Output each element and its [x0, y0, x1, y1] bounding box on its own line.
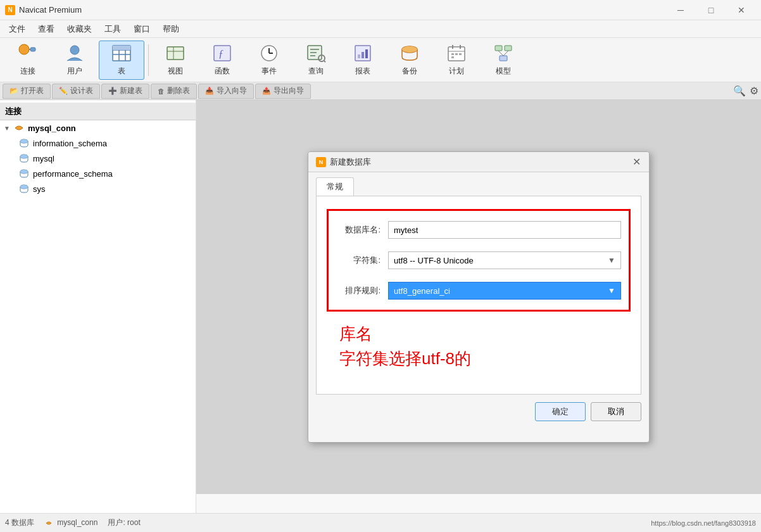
toolbar: 连接 用户 表 — [0, 38, 761, 82]
minimize-button[interactable]: ─ — [666, 1, 695, 19]
svg-point-2 — [70, 46, 79, 54]
status-connection: mysql_conn — [44, 518, 97, 528]
event-icon — [259, 43, 279, 63]
svg-rect-36 — [451, 56, 454, 58]
app-title: Navicat Premium — [19, 5, 82, 15]
user-icon — [65, 43, 85, 63]
sidebar-label-mysql-conn: mysql_conn — [28, 124, 76, 133]
status-bar: 4 数据库 mysql_conn 用户: root https://blog.c… — [0, 513, 761, 532]
dialog-title-text: 新建数据库 — [330, 156, 371, 168]
func-icon: ƒ — [212, 43, 232, 63]
svg-rect-24 — [358, 54, 360, 58]
dialog-tab-general[interactable]: 常规 — [316, 177, 354, 196]
svg-point-45 — [20, 155, 28, 158]
sidebar-label-performance-schema: performance_schema — [33, 169, 113, 179]
sidebar-item-mysql[interactable]: mysql — [0, 151, 196, 166]
close-button[interactable]: ✕ — [727, 1, 756, 19]
tab-export[interactable]: 📤 导出向导 — [255, 84, 311, 99]
cancel-button[interactable]: 取消 — [591, 402, 641, 421]
dialog-body: 数据库名: 字符集: utf8 -- UTF-8 Unicode ▼ — [316, 196, 641, 395]
report-label: 报表 — [355, 66, 370, 77]
model-label: 模型 — [496, 66, 511, 77]
tab-export-icon: 📤 — [262, 87, 271, 95]
tab-export-label: 导出向导 — [274, 86, 304, 96]
dialog-app-icon: N — [316, 157, 326, 167]
db-name-input[interactable] — [388, 221, 621, 239]
report-icon — [353, 43, 373, 63]
highlight-box: 数据库名: 字符集: utf8 -- UTF-8 Unicode ▼ — [327, 209, 631, 312]
model-icon — [493, 43, 513, 63]
toolbar-model[interactable]: 模型 — [481, 41, 526, 80]
collation-select[interactable]: utf8_general_ci ▼ — [388, 282, 621, 300]
tab-new-table[interactable]: ➕ 新建表 — [101, 84, 149, 99]
svg-text:ƒ: ƒ — [218, 48, 223, 59]
tab-design-table[interactable]: ✏️ 设计表 — [52, 84, 100, 99]
tab-delete-table[interactable]: 🗑 删除表 — [151, 84, 197, 99]
modal-overlay: N 新建数据库 ✕ 常规 数据库名: — [196, 100, 761, 494]
svg-point-28 — [402, 46, 417, 53]
toolbar-connect[interactable]: 连接 — [5, 41, 51, 80]
collation-arrow-icon: ▼ — [608, 286, 615, 295]
db-name-label: 数据库名: — [336, 224, 380, 236]
collation-label: 排序规则: — [336, 285, 380, 296]
title-bar: N Navicat Premium ─ □ ✕ — [0, 0, 761, 20]
toolbar-table[interactable]: 表 — [99, 41, 144, 80]
search-icon[interactable]: 🔍 — [733, 85, 746, 97]
toolbar-report[interactable]: 报表 — [340, 41, 386, 80]
sidebar-header: 连接 — [0, 103, 196, 120]
db-icon-info — [19, 138, 29, 148]
menu-bar: 文件 查看 收藏夹 工具 窗口 帮助 — [0, 20, 761, 38]
view-icon — [165, 43, 186, 63]
toolbar-event[interactable]: 事件 — [246, 41, 292, 80]
tab-new-table-label: 新建表 — [120, 86, 142, 96]
confirm-button[interactable]: 确定 — [535, 402, 586, 421]
menu-window[interactable]: 窗口 — [127, 21, 156, 37]
svg-point-49 — [20, 185, 28, 189]
charset-value: utf8 -- UTF-8 Unicode — [394, 256, 474, 265]
menu-view[interactable]: 查看 — [32, 21, 61, 37]
sidebar-item-sys[interactable]: sys — [0, 181, 196, 196]
tab-import-icon: 📥 — [205, 87, 214, 95]
toolbar-query[interactable]: 查询 — [293, 41, 339, 80]
dialog-close-button[interactable]: ✕ — [629, 155, 644, 170]
toolbar-user[interactable]: 用户 — [52, 41, 97, 80]
sidebar-label-information-schema: information_schema — [33, 139, 107, 148]
sidebar-item-information-schema[interactable]: information_schema — [0, 136, 196, 151]
panel-options-icon[interactable]: ⚙ — [750, 85, 758, 97]
toolbar-view[interactable]: 视图 — [153, 41, 198, 80]
menu-tools[interactable]: 工具 — [98, 21, 127, 37]
svg-rect-8 — [113, 46, 130, 50]
sidebar-item-performance-schema[interactable]: performance_schema — [0, 166, 196, 181]
menu-favorites[interactable]: 收藏夹 — [61, 21, 98, 37]
tree-arrow-mysql-conn: ▼ — [4, 125, 10, 132]
svg-point-0 — [19, 44, 29, 54]
content-area: N 新建数据库 ✕ 常规 数据库名: — [196, 100, 761, 513]
svg-rect-9 — [167, 47, 184, 60]
tab-open-table[interactable]: 📂 打开表 — [3, 84, 51, 99]
menu-help[interactable]: 帮助 — [156, 21, 186, 37]
tab-import[interactable]: 📥 导入向导 — [198, 84, 254, 99]
toolbar-backup[interactable]: 备份 — [387, 41, 432, 80]
svg-rect-25 — [362, 52, 364, 58]
maximize-button[interactable]: □ — [696, 1, 726, 19]
svg-line-41 — [503, 51, 508, 56]
status-db-count: 4 数据库 — [5, 517, 34, 528]
toolbar-func[interactable]: ƒ 函数 — [199, 41, 245, 80]
status-url: https://blog.csdn.net/fang8303918 — [651, 519, 756, 527]
menu-file[interactable]: 文件 — [3, 21, 32, 37]
tab-open-table-label: 打开表 — [21, 86, 44, 96]
status-user: 用户: root — [108, 517, 140, 528]
charset-select[interactable]: utf8 -- UTF-8 Unicode ▼ — [388, 251, 621, 269]
form-row-charset: 字符集: utf8 -- UTF-8 Unicode ▼ — [336, 251, 621, 269]
tab-open-table-icon: 📂 — [9, 87, 18, 95]
toolbar-schedule[interactable]: 计划 — [434, 41, 479, 80]
db-icon-sys — [19, 184, 29, 194]
dialog-title-left: N 新建数据库 — [316, 156, 371, 168]
sidebar-item-mysql-conn[interactable]: ▼ mysql_conn — [0, 120, 196, 136]
form-row-db-name: 数据库名: — [336, 221, 621, 239]
svg-rect-37 — [495, 46, 502, 51]
toolbar-separator-1 — [148, 44, 149, 76]
tab-delete-table-label: 删除表 — [167, 86, 190, 96]
svg-rect-38 — [505, 46, 512, 51]
tab-import-label: 导入向导 — [217, 86, 247, 96]
